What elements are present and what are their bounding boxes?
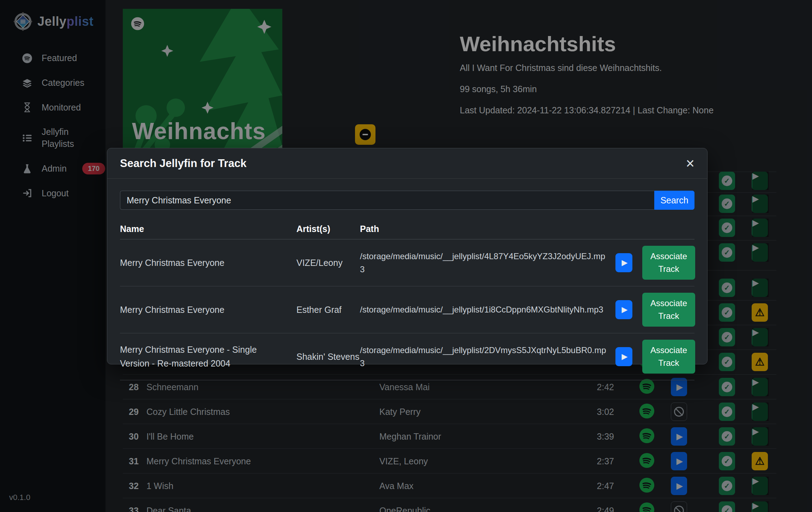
modal-header: Search Jellyfin for Track × bbox=[107, 148, 707, 179]
result-artist: Shakin' Stevens bbox=[296, 350, 360, 364]
associate-track-button[interactable]: Associate Track bbox=[642, 246, 695, 280]
associate-track-button[interactable]: Associate Track bbox=[642, 293, 695, 327]
result-row: Merry Christmas Everyone VIZE/Leony /sto… bbox=[120, 239, 694, 286]
result-name: Merry Christmas Everyone bbox=[120, 303, 296, 317]
preview-play-button[interactable]: ▶ bbox=[615, 253, 632, 272]
result-name: Merry Christmas Everyone bbox=[120, 256, 296, 270]
result-row: Merry Christmas Everyone - Single Versio… bbox=[120, 333, 694, 380]
search-results-table: Name Artist(s) Path Merry Christmas Ever… bbox=[120, 219, 694, 380]
column-header-path: Path bbox=[360, 224, 615, 234]
result-name: Merry Christmas Everyone - Single Versio… bbox=[120, 343, 296, 370]
result-path: /storage/media/music/__jellyplist/2DVmys… bbox=[360, 344, 615, 370]
preview-play-button[interactable]: ▶ bbox=[615, 300, 632, 319]
search-button[interactable]: Search bbox=[654, 191, 694, 210]
search-group: Search bbox=[120, 191, 694, 210]
modal-title: Search Jellyfin for Track bbox=[120, 157, 246, 170]
close-icon[interactable]: × bbox=[686, 156, 694, 171]
result-row: Merry Christmas Everyone Esther Graf /st… bbox=[120, 286, 694, 333]
result-artist: VIZE/Leony bbox=[296, 256, 360, 270]
associate-track-button[interactable]: Associate Track bbox=[642, 340, 695, 374]
app-screen: Jellyplist Featured Categories bbox=[0, 0, 812, 512]
search-input[interactable] bbox=[120, 191, 654, 210]
column-header-artist: Artist(s) bbox=[296, 224, 360, 234]
result-path: /storage/media/music/__jellyplist/1i8CcD… bbox=[360, 303, 615, 316]
modal-body: Search Name Artist(s) Path Merry Christm… bbox=[107, 179, 707, 380]
results-header-row: Name Artist(s) Path bbox=[120, 219, 694, 239]
column-header-name: Name bbox=[120, 224, 296, 234]
result-path: /storage/media/music/__jellyplist/4L87Y4… bbox=[360, 250, 615, 276]
result-artist: Esther Graf bbox=[296, 303, 360, 317]
preview-play-button[interactable]: ▶ bbox=[615, 347, 632, 366]
search-jellyfin-modal: Search Jellyfin for Track × Search Name … bbox=[107, 148, 708, 364]
